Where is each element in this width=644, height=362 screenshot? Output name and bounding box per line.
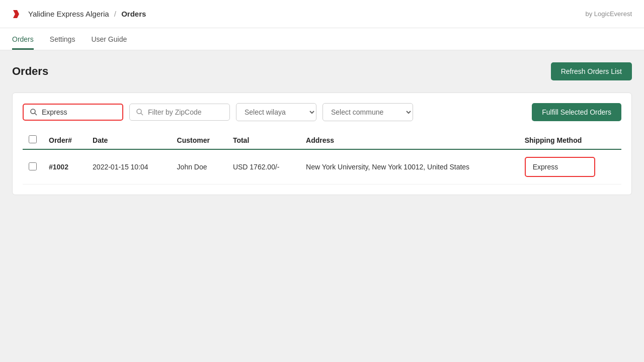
breadcrumb: Yalidine Express Algeria / Orders bbox=[12, 8, 146, 20]
zipcode-input[interactable] bbox=[148, 108, 218, 116]
page-header: Orders Refresh Orders List bbox=[12, 62, 632, 80]
zipcode-search-box bbox=[129, 104, 230, 121]
order-address-cell: New York University, New York 10012, Uni… bbox=[300, 149, 519, 185]
col-header-date: Date bbox=[87, 131, 171, 149]
shipping-search-box bbox=[23, 104, 123, 121]
current-page: Orders bbox=[121, 10, 146, 18]
shipping-search-input[interactable] bbox=[42, 108, 112, 116]
search-icon bbox=[30, 108, 38, 116]
breadcrumb-text: Yalidine Express Algeria / Orders bbox=[28, 10, 146, 18]
app-name: Yalidine Express Algeria bbox=[28, 10, 109, 18]
logo-icon bbox=[12, 8, 24, 20]
nav-item-settings[interactable]: Settings bbox=[50, 28, 75, 50]
order-number-cell: #1002 bbox=[43, 149, 87, 185]
svg-point-1 bbox=[31, 109, 35, 114]
col-header-total: Total bbox=[227, 131, 300, 149]
order-shipping-cell: Express bbox=[519, 149, 621, 185]
by-label: by LogicEverest bbox=[586, 10, 632, 18]
shipping-method-value: Express bbox=[525, 157, 595, 177]
row-checkbox-cell bbox=[23, 149, 43, 185]
svg-point-3 bbox=[137, 109, 141, 114]
refresh-orders-button[interactable]: Refresh Orders List bbox=[551, 62, 632, 80]
search-icon-zip bbox=[136, 108, 144, 116]
fulfill-selected-orders-button[interactable]: Fulfill Selected Orders bbox=[532, 103, 621, 121]
breadcrumb-separator: / bbox=[114, 10, 116, 18]
commune-select[interactable]: Select commune bbox=[323, 103, 413, 121]
orders-card: Select wilaya Select commune Fulfill Sel… bbox=[12, 93, 632, 195]
order-date-cell: 2022-01-15 10:04 bbox=[87, 149, 171, 185]
order-total-cell: USD 1762.00/- bbox=[227, 149, 300, 185]
col-header-customer: Customer bbox=[171, 131, 227, 149]
table-body: #1002 2022-01-15 10:04 John Doe USD 1762… bbox=[23, 149, 621, 185]
wilaya-select[interactable]: Select wilaya bbox=[236, 103, 316, 121]
nav-item-orders[interactable]: Orders bbox=[12, 28, 34, 50]
nav-bar: Orders Settings User Guide bbox=[0, 28, 644, 50]
col-header-address: Address bbox=[300, 131, 519, 149]
select-all-header bbox=[23, 131, 43, 149]
filters-row: Select wilaya Select commune Fulfill Sel… bbox=[23, 103, 621, 121]
table-header: Order# Date Customer Total Address Shipp… bbox=[23, 131, 621, 149]
col-header-order: Order# bbox=[43, 131, 87, 149]
page-title: Orders bbox=[12, 65, 48, 78]
row-checkbox[interactable] bbox=[29, 162, 37, 170]
top-bar: Yalidine Express Algeria / Orders by Log… bbox=[0, 0, 644, 28]
svg-marker-0 bbox=[13, 10, 19, 18]
nav-item-user-guide[interactable]: User Guide bbox=[91, 28, 127, 50]
table-header-row: Order# Date Customer Total Address Shipp… bbox=[23, 131, 621, 149]
svg-line-2 bbox=[35, 113, 37, 115]
select-all-checkbox[interactable] bbox=[29, 135, 37, 143]
orders-table: Order# Date Customer Total Address Shipp… bbox=[23, 131, 621, 185]
order-customer-cell: John Doe bbox=[171, 149, 227, 185]
svg-line-4 bbox=[141, 113, 143, 115]
table-row: #1002 2022-01-15 10:04 John Doe USD 1762… bbox=[23, 149, 621, 185]
col-header-shipping: Shipping Method bbox=[519, 131, 621, 149]
main-content: Orders Refresh Orders List bbox=[0, 50, 644, 207]
